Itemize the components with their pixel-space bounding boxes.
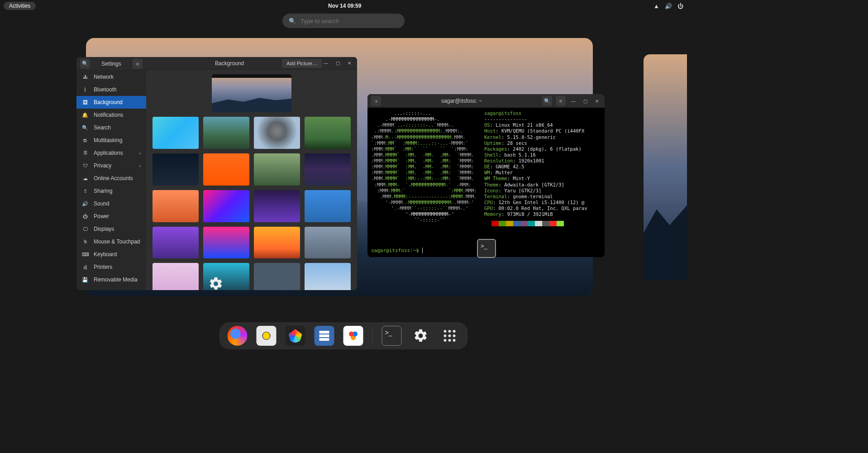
window-app-indicator-terminal: >_ bbox=[477, 239, 496, 258]
sidebar-item-network[interactable]: 🖧Network bbox=[76, 71, 146, 83]
wallpaper-thumb[interactable] bbox=[305, 190, 351, 222]
dock-icon-applications[interactable] bbox=[440, 326, 460, 346]
dock-icon-software[interactable] bbox=[343, 326, 363, 346]
sidebar-item-background[interactable]: 🖼Background bbox=[76, 96, 146, 109]
sidebar-item-online-accounts[interactable]: ☁Online Accounts bbox=[76, 172, 146, 185]
sidebar-item-label: Notifications bbox=[94, 112, 123, 118]
wallpaper-thumb[interactable] bbox=[203, 190, 249, 222]
sidebar-item-label: Removable Media bbox=[94, 277, 138, 283]
wallpaper-thumb[interactable] bbox=[254, 263, 300, 290]
wallpaper-thumb[interactable] bbox=[153, 117, 199, 149]
dock-separator bbox=[372, 327, 373, 344]
workspace-next-peek[interactable] bbox=[644, 54, 687, 281]
sidebar-item-label: Displays bbox=[94, 226, 114, 232]
gear-icon bbox=[413, 328, 429, 343]
wallpaper-thumb[interactable] bbox=[153, 263, 199, 290]
menu-button[interactable]: ≡ bbox=[133, 59, 143, 69]
search-button[interactable]: 🔍 bbox=[80, 59, 90, 69]
search-icon: 🔍 bbox=[289, 18, 296, 24]
sidebar-item-bluetooth[interactable]: ᛒBluetooth bbox=[76, 83, 146, 96]
settings-sidebar-header: 🔍 Settings ≡ bbox=[76, 57, 146, 71]
current-wallpaper-preview[interactable] bbox=[212, 74, 291, 112]
dock-icon-firefox[interactable] bbox=[228, 326, 248, 346]
wallpaper-thumb[interactable] bbox=[153, 190, 199, 222]
search-input[interactable] bbox=[300, 18, 398, 24]
sidebar-item-applications[interactable]: 𝄜Applications› bbox=[76, 147, 146, 159]
sidebar-item-icon: ᛒ bbox=[82, 87, 88, 92]
dock-icon-terminal[interactable]: >_ bbox=[382, 326, 402, 346]
dock-icon-photos[interactable] bbox=[286, 326, 305, 346]
sidebar-item-multitasking[interactable]: ⧉Multitasking bbox=[76, 134, 146, 147]
close-button[interactable]: ✕ bbox=[593, 97, 601, 105]
settings-title: Settings bbox=[101, 61, 121, 67]
wallpaper-thumb[interactable] bbox=[153, 227, 199, 259]
wallpaper-thumb[interactable] bbox=[254, 227, 300, 259]
sidebar-item-printers[interactable]: 🖨Printers bbox=[76, 261, 146, 273]
power-icon[interactable]: ⏻ bbox=[677, 3, 683, 10]
sidebar-item-label: Search bbox=[94, 124, 111, 131]
wallpaper-thumb[interactable] bbox=[254, 190, 300, 222]
sidebar-item-search[interactable]: 🔍Search bbox=[76, 121, 146, 134]
wallpaper-thumb[interactable] bbox=[305, 227, 351, 259]
wallpaper-thumb[interactable] bbox=[203, 153, 249, 186]
sidebar-item-power[interactable]: ⏻Power bbox=[76, 210, 146, 223]
sidebar-item-label: Keyboard bbox=[94, 251, 117, 257]
maximize-button[interactable]: ▢ bbox=[334, 59, 342, 67]
overview-search[interactable]: 🔍 bbox=[282, 14, 405, 28]
sidebar-item-sound[interactable]: 🔊Sound bbox=[76, 197, 146, 210]
wallpaper-thumb[interactable] bbox=[254, 117, 300, 149]
wallpaper-grid bbox=[146, 117, 357, 290]
terminal-search-button[interactable]: 🔍 bbox=[542, 96, 552, 106]
terminal-body[interactable]: ...-:::::-... .-MMMMMMMMMMMMMMM-. .-MMMM… bbox=[367, 108, 605, 248]
sidebar-item-mouse-touchpad[interactable]: 🖱Mouse & Touchpad bbox=[76, 235, 146, 248]
minimize-button[interactable]: — bbox=[322, 59, 330, 67]
sidebar-item-icon: 🛡 bbox=[82, 163, 88, 168]
dock-icon-settings[interactable] bbox=[411, 326, 431, 346]
sidebar-item-label: Multitasking bbox=[94, 137, 122, 143]
sidebar-item-icon: ☁ bbox=[82, 176, 88, 181]
activities-button[interactable]: Activities bbox=[4, 2, 36, 10]
wallpaper-thumb[interactable] bbox=[203, 227, 249, 259]
gear-icon bbox=[208, 276, 224, 291]
sidebar-item-notifications[interactable]: 🔔Notifications bbox=[76, 109, 146, 121]
sidebar-item-label: Power bbox=[94, 213, 109, 219]
network-icon[interactable]: ▲ bbox=[653, 3, 659, 10]
window-controls: — ▢ ✕ bbox=[569, 97, 601, 105]
settings-content-header: Background Add Picture… — ▢ ✕ bbox=[146, 57, 357, 70]
sidebar-item-privacy[interactable]: 🛡Privacy› bbox=[76, 159, 146, 172]
wallpaper-thumb[interactable] bbox=[203, 117, 249, 149]
new-tab-button[interactable]: ＋ bbox=[371, 96, 381, 106]
sidebar-item-label: Sharing bbox=[94, 188, 112, 194]
sidebar-item-icon: 🖼 bbox=[82, 100, 88, 105]
volume-icon[interactable]: 🔊 bbox=[665, 3, 672, 10]
wallpaper-thumb[interactable] bbox=[305, 153, 351, 186]
terminal-menu-button[interactable]: ≡ bbox=[556, 96, 566, 106]
top-bar: Activities Nov 14 09:59 ▲ 🔊 ⏻ bbox=[0, 0, 687, 12]
clock[interactable]: Nov 14 09:59 bbox=[328, 3, 361, 9]
wallpaper-thumb[interactable] bbox=[254, 153, 300, 186]
sidebar-item-keyboard[interactable]: ⌨Keyboard bbox=[76, 248, 146, 261]
minimize-button[interactable]: — bbox=[569, 97, 577, 105]
sidebar-item-sharing[interactable]: ⇪Sharing bbox=[76, 185, 146, 197]
maximize-button[interactable]: ▢ bbox=[581, 97, 589, 105]
add-picture-button[interactable]: Add Picture… bbox=[282, 59, 322, 68]
dock-icon-rhythmbox[interactable] bbox=[257, 326, 277, 346]
sidebar-item-icon: ⏻ bbox=[82, 214, 88, 219]
sidebar-item-icon: 🖵 bbox=[82, 226, 88, 232]
neofetch-info: sagar@itsfoss --------------- OS: Linux … bbox=[484, 110, 587, 245]
settings-content: Background Add Picture… — ▢ ✕ bbox=[146, 57, 357, 290]
close-button[interactable]: ✕ bbox=[345, 59, 353, 67]
sidebar-item-label: Online Accounts bbox=[94, 175, 133, 181]
terminal-header: ＋ sagar@itsfoss: ~ 🔍 ≡ — ▢ ✕ bbox=[367, 94, 605, 108]
sidebar-item-displays[interactable]: 🖵Displays bbox=[76, 223, 146, 235]
wallpaper-thumb[interactable] bbox=[153, 153, 199, 186]
wallpaper-thumb[interactable] bbox=[305, 263, 351, 290]
system-tray: ▲ 🔊 ⏻ bbox=[653, 3, 683, 10]
dock-icon-files[interactable] bbox=[315, 326, 334, 346]
wallpaper-thumb[interactable] bbox=[305, 117, 351, 149]
sidebar-item-icon: 🖨 bbox=[82, 264, 88, 270]
chevron-right-icon: › bbox=[139, 163, 141, 168]
sidebar-item-removable-media[interactable]: 💾Removable Media bbox=[76, 273, 146, 286]
settings-window: 🔍 Settings ≡ 🖧NetworkᛒBluetooth🖼Backgrou… bbox=[76, 57, 357, 290]
sidebar-item-icon: ⧉ bbox=[82, 138, 88, 143]
